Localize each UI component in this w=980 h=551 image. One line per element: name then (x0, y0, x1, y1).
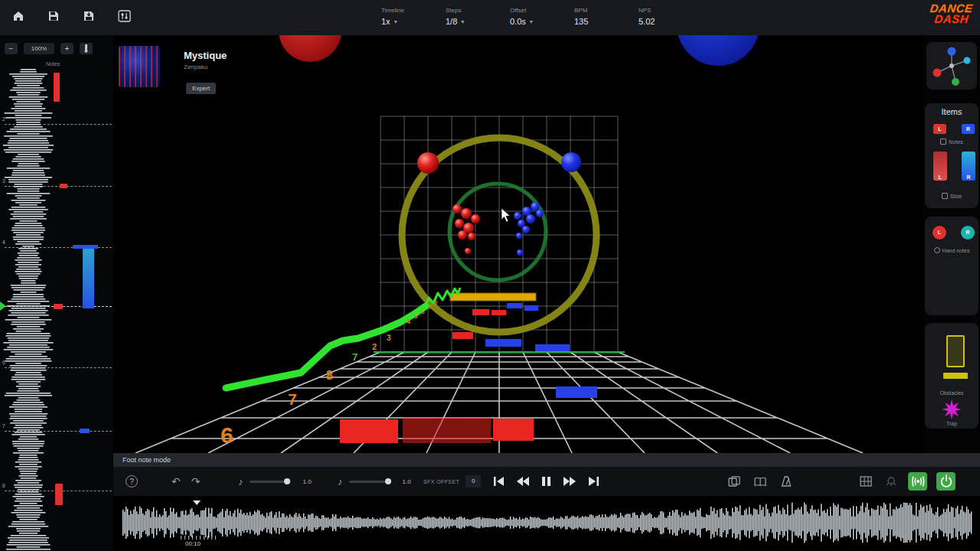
playhead-arrow[interactable] (0, 302, 6, 311)
sfx-offset-value[interactable]: 0 (466, 475, 481, 487)
obstacle-wall-item[interactable] (946, 335, 965, 367)
sfx-volume-slider[interactable] (349, 481, 390, 483)
measure-number: 4 (2, 240, 5, 245)
waveform-playhead-marker[interactable] (193, 500, 201, 505)
sfx-offset-label: SFX OFFSET (423, 479, 459, 484)
skip-end-button[interactable] (586, 474, 601, 488)
mixer-icon (118, 10, 131, 22)
beat-number: 3 (387, 334, 391, 342)
ambient-blue-sphere (677, 35, 760, 66)
skip-end-icon (588, 477, 599, 486)
nps-value: 5.02 (639, 17, 655, 26)
foot-note-red (472, 309, 489, 315)
steps-value: 1/8 (446, 17, 457, 26)
album-art (119, 46, 160, 87)
obstacle-bar-item[interactable] (943, 373, 968, 379)
sound-toggle-button[interactable] (908, 472, 927, 491)
steps-control[interactable]: Steps 1/8▾ (446, 7, 479, 26)
red-hand-note[interactable] (417, 152, 439, 174)
foot-note-blue (485, 339, 521, 347)
waveform-timestamp: 00:10 (185, 540, 201, 547)
slide-right-item[interactable]: R (962, 152, 975, 181)
power-toggle-button[interactable] (936, 472, 956, 491)
save-button[interactable] (46, 8, 61, 24)
beat-number: 6 (421, 308, 425, 315)
blue-hand-note[interactable] (561, 152, 581, 172)
stage-light-button[interactable] (884, 474, 899, 489)
measure-line (5, 186, 112, 187)
fast-forward-icon (564, 477, 576, 486)
undo-button[interactable]: ↶ (172, 475, 181, 487)
orientation-widget[interactable] (926, 42, 977, 90)
rewind-button[interactable] (514, 474, 531, 488)
foot-note-red (493, 419, 534, 441)
save-as-button[interactable] (81, 8, 96, 24)
note-left-item[interactable]: L (933, 124, 946, 134)
timeline-note-blue[interactable] (80, 429, 90, 433)
selected-measure-bar[interactable] (450, 293, 536, 301)
copy-icon (728, 476, 740, 487)
chevron-down-icon: ▾ (394, 18, 397, 25)
timeline-control[interactable]: Timeline 1x▾ (381, 7, 415, 26)
vertical-waveform[interactable] (0, 35, 113, 551)
trap-item[interactable] (942, 399, 962, 419)
beat-number: 7 (428, 304, 432, 311)
home-button[interactable] (11, 8, 26, 24)
trap-label: Trap (925, 421, 978, 426)
zoom-controls: − 100% + (0, 41, 118, 55)
timeline-note-red[interactable] (60, 184, 67, 188)
mixer-button[interactable] (116, 8, 132, 24)
timeline-note-red[interactable] (54, 304, 63, 309)
zoom-in-button[interactable]: + (60, 43, 74, 54)
note-right-item[interactable]: R (962, 124, 975, 134)
mode-label: Foot note mode (113, 453, 980, 467)
music-volume-icon: ♪ (238, 476, 243, 487)
slider-knob[interactable] (284, 478, 290, 484)
sfx-volume-icon: ♪ (338, 476, 343, 487)
hand-note-right-item[interactable]: R (961, 226, 975, 240)
bpm-display: BPM 135 (574, 7, 608, 26)
pause-button[interactable] (539, 474, 554, 488)
beat-number: 5 (414, 313, 418, 320)
metronome-button[interactable] (778, 474, 795, 489)
timeline-note-red[interactable] (55, 484, 63, 505)
offset-label: Offset (510, 7, 544, 14)
library-button[interactable] (752, 474, 769, 489)
scene-canvas[interactable]: 6 7 8 7 2 3 4 5 6 7 8 (113, 35, 923, 453)
chart-stats: Timeline 1x▾ Steps 1/8▾ Offset 0.0s▾ BPM… (381, 7, 672, 26)
difficulty-badge[interactable]: Expert (186, 83, 216, 94)
measure-line (5, 367, 112, 368)
chevron-down-icon: ▾ (461, 18, 464, 25)
skip-start-button[interactable] (492, 474, 507, 488)
zoom-out-button[interactable]: − (5, 43, 18, 54)
timeline-note-red[interactable] (54, 73, 60, 102)
hand-note-left-item[interactable]: L (933, 226, 946, 240)
music-volume-value: 1.0 (303, 478, 312, 485)
pause-icon (541, 477, 551, 486)
grid-snap-button[interactable] (858, 474, 874, 489)
copy-section-button[interactable] (726, 474, 743, 489)
items-sidebar: Items L R Notes L R Slide L R Hand (923, 35, 980, 453)
foot-note-red (492, 310, 506, 315)
sound-waves-icon (909, 472, 927, 491)
foot-note-red (452, 332, 473, 339)
items-panel-title: Items (925, 103, 978, 116)
fast-forward-button[interactable] (561, 474, 578, 488)
slider-knob[interactable] (385, 478, 391, 484)
mouse-cursor (501, 208, 510, 222)
song-waveform[interactable] (113, 496, 980, 551)
sfx-volume-value: 1.0 (403, 478, 411, 485)
obstacles-panel: Obstacles Trap (925, 323, 978, 429)
editor-viewport[interactable]: 6 7 8 7 2 3 4 5 6 7 8 Mystique Zenpaku E… (113, 35, 923, 453)
music-volume-slider[interactable] (250, 481, 291, 483)
redo-button[interactable]: ↷ (191, 475, 201, 487)
measure-number: 6 (2, 360, 5, 365)
offset-control[interactable]: Offset 0.0s▾ (510, 7, 544, 26)
timeline-value: 1x (381, 17, 390, 26)
timeline-slide-blue[interactable] (83, 249, 94, 308)
slide-left-item[interactable]: L (933, 152, 947, 181)
help-button[interactable]: ? (126, 475, 138, 487)
zoom-level[interactable]: 100% (24, 43, 54, 54)
follow-playhead-button[interactable] (80, 43, 93, 54)
metronome-icon (780, 476, 792, 487)
